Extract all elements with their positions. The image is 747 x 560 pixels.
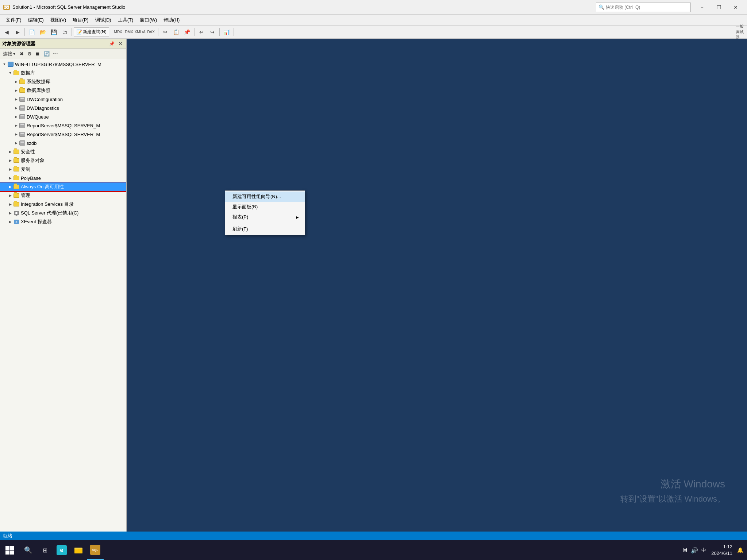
- db-snapshot-expand-btn[interactable]: ▶: [13, 88, 19, 93]
- oe-title: 对象资源管理器: [2, 40, 35, 47]
- back-button[interactable]: ◀: [1, 27, 12, 37]
- dmx-button[interactable]: DMX: [124, 27, 134, 37]
- menu-file[interactable]: 文件(F): [3, 16, 24, 24]
- tree-polybase-folder[interactable]: ▶ PolyBase: [0, 174, 126, 182]
- tree-dwqueue-db[interactable]: ▶ DWQueue: [0, 112, 126, 121]
- replication-expand-btn[interactable]: ▶: [7, 166, 13, 172]
- tree-dwconfig-db[interactable]: ▶ DWConfiguration: [0, 95, 126, 104]
- redo-button[interactable]: ↪: [207, 27, 217, 37]
- dwqueue-expand-btn[interactable]: ▶: [13, 114, 19, 120]
- menu-edit[interactable]: 编辑(E): [25, 16, 47, 24]
- tree-databases-folder[interactable]: ▼ 数据库: [0, 69, 126, 77]
- taskbar-edge-button[interactable]: e: [53, 540, 70, 560]
- minimize-button[interactable]: －: [694, 1, 711, 13]
- oe-summary-button[interactable]: 〰: [52, 50, 59, 57]
- tree-security-folder[interactable]: ▶ 安全性: [0, 147, 126, 156]
- menu-view[interactable]: 视图(V): [47, 16, 69, 24]
- oe-pin-button[interactable]: 📌: [108, 40, 115, 47]
- tree-replication-folder[interactable]: ▶ 复制: [0, 165, 126, 174]
- forward-button[interactable]: ▶: [12, 27, 23, 37]
- speaker-icon[interactable]: 🔊: [690, 546, 698, 554]
- save-button[interactable]: 💾: [49, 27, 59, 37]
- clock-button[interactable]: 1:12 2024/6/11: [709, 544, 735, 557]
- menu-project[interactable]: 项目(P): [70, 16, 91, 24]
- menu-debug[interactable]: 调试(D): [92, 16, 114, 24]
- rs2-expand-btn[interactable]: ▶: [13, 131, 19, 137]
- new-query-button[interactable]: 📝 新建查询(N): [74, 27, 109, 37]
- language-indicator[interactable]: 中: [700, 547, 708, 553]
- paste-button[interactable]: 📌: [182, 27, 192, 37]
- menu-help[interactable]: 帮助(H): [161, 16, 182, 24]
- oe-connect-button[interactable]: 连接 ▼: [1, 50, 18, 58]
- copy-button[interactable]: 📋: [171, 27, 181, 37]
- toolbar-sep-5: [194, 28, 195, 36]
- ctx-new-availability-group[interactable]: 新建可用性组向导(N)...: [225, 192, 305, 202]
- rs1-expand-btn[interactable]: ▶: [13, 123, 19, 128]
- szdb-label: szdb: [27, 140, 36, 146]
- start-button[interactable]: [0, 540, 20, 560]
- management-expand-btn[interactable]: ▶: [7, 193, 13, 198]
- ctx-refresh[interactable]: 刷新(F): [225, 224, 305, 234]
- ctx-show-dashboard[interactable]: 显示面板(B): [225, 202, 305, 212]
- new-button[interactable]: 📄: [27, 27, 37, 37]
- quick-search-input[interactable]: [606, 5, 675, 10]
- oe-filter-button[interactable]: ⚙: [26, 50, 33, 57]
- tree-alwayson-folder[interactable]: ▶ Always On 高可用性: [0, 182, 126, 191]
- report-button[interactable]: 📊: [222, 27, 232, 37]
- connect-dropdown-icon[interactable]: ▼: [12, 52, 16, 56]
- save-all-button[interactable]: 🗂: [59, 27, 70, 37]
- integration-expand-btn[interactable]: ▶: [7, 201, 13, 207]
- tree-dwdiag-db[interactable]: ▶ DWDiagnostics: [0, 104, 126, 112]
- undo-button[interactable]: ↩: [196, 27, 207, 37]
- quick-search-box[interactable]: 🔍: [596, 3, 691, 12]
- tree-server-objects-folder[interactable]: ▶ 服务器对象: [0, 156, 126, 165]
- menu-window[interactable]: 窗口(W): [137, 16, 160, 24]
- cut-button[interactable]: ✂: [160, 27, 170, 37]
- mdx-button[interactable]: MDX: [113, 27, 123, 37]
- oe-close-button[interactable]: ✕: [117, 40, 124, 47]
- menu-tools[interactable]: 工具(T): [115, 16, 136, 24]
- tree-management-folder[interactable]: ▶ 管理: [0, 191, 126, 200]
- ctx-reports[interactable]: 报表(P) ▶: [225, 212, 305, 222]
- oe-refresh-button[interactable]: 🔄: [42, 50, 51, 57]
- tree-reportserver2-db[interactable]: ▶ ReportServer$MSSQLSERVER_M: [0, 130, 126, 139]
- taskbar-ssms-button[interactable]: SQL: [87, 540, 104, 560]
- agent-label: SQL Server 代理(已禁用(C): [21, 210, 78, 216]
- restore-button[interactable]: ❐: [711, 1, 727, 13]
- system-db-expand-btn[interactable]: ▶: [13, 79, 19, 85]
- oe-disconnect-button[interactable]: ✖: [18, 50, 25, 57]
- tree-reportserver1-db[interactable]: ▶ ReportServer$MSSQLSERVER_M: [0, 121, 126, 130]
- debug-toolbar-button[interactable]: 一般调试器: [735, 27, 746, 37]
- databases-expand-btn[interactable]: ▼: [7, 70, 13, 76]
- dwdiag-expand-btn[interactable]: ▶: [13, 105, 19, 111]
- network-icon[interactable]: 🖥: [681, 546, 689, 554]
- task-view-button[interactable]: ⊞: [36, 540, 53, 560]
- tree-db-snapshot-folder[interactable]: ▶ 数据库快照: [0, 86, 126, 95]
- alwayson-expand-btn[interactable]: ▶: [7, 184, 13, 190]
- xml-button[interactable]: XML/A: [135, 27, 145, 37]
- server-expand-btn[interactable]: ▼: [1, 61, 7, 67]
- tree-system-db-folder[interactable]: ▶ 系统数据库: [0, 77, 126, 86]
- open-button[interactable]: 📂: [38, 27, 48, 37]
- dax-button[interactable]: DAX: [146, 27, 156, 37]
- polybase-expand-btn[interactable]: ▶: [7, 175, 13, 181]
- tree-sql-agent-node[interactable]: ▶ SQL Server 代理(已禁用(C): [0, 209, 126, 217]
- szdb-expand-btn[interactable]: ▶: [13, 140, 19, 146]
- server-objects-label: 服务器对象: [21, 157, 45, 164]
- server-objects-expand-btn[interactable]: ▶: [7, 158, 13, 163]
- security-expand-btn[interactable]: ▶: [7, 149, 13, 155]
- xevent-expand-btn[interactable]: ▶: [7, 219, 13, 225]
- server-icon: [7, 61, 14, 67]
- agent-expand-btn[interactable]: ▶: [7, 210, 13, 216]
- toolbar: ◀ ▶ 📄 📂 💾 🗂 📝 新建查询(N) MDX DMX XML/A DAX …: [0, 26, 747, 39]
- tree-integration-services-folder[interactable]: ▶ Integration Services 目录: [0, 200, 126, 209]
- oe-stop-button[interactable]: ⏹: [34, 50, 42, 57]
- notification-button[interactable]: 🔔: [736, 546, 744, 554]
- taskbar-search-button[interactable]: 🔍: [20, 540, 36, 560]
- taskbar-explorer-button[interactable]: [70, 540, 87, 560]
- tree-xevent-folder[interactable]: ▶ X XEvent 探查器: [0, 217, 126, 226]
- tree-server-node[interactable]: ▼ WIN-4T1UPSGIR78\MSSQLSERVER_M: [0, 60, 126, 69]
- tree-szdb-db[interactable]: ▶ szdb: [0, 139, 126, 147]
- dwconfig-expand-btn[interactable]: ▶: [13, 96, 19, 102]
- close-button[interactable]: ✕: [727, 1, 744, 13]
